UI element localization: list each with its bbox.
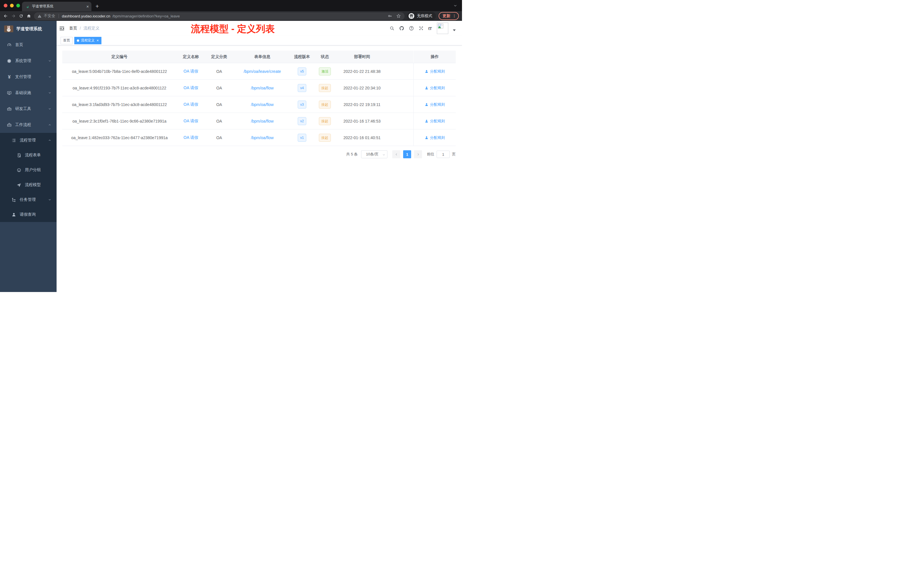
user-icon [424, 136, 429, 140]
sidebar-item-user-group[interactable]: 用户分组 [0, 163, 56, 177]
version-badge: v5 [298, 68, 307, 76]
browser-window: 芋道管理系统 × + 不安全 dashboard.yudao.iocoder.c… [0, 0, 462, 292]
goto-label: 前往 [427, 152, 434, 157]
version-badge: v3 [298, 101, 307, 109]
version-badge: v4 [298, 84, 307, 92]
sidebar-item-task-management[interactable]: 任务管理 [0, 192, 56, 207]
window-close-button[interactable] [4, 4, 7, 7]
sidebar-item-label: 请假查询 [20, 212, 36, 217]
tag-home[interactable]: 首页 [61, 37, 73, 44]
back-icon[interactable] [3, 13, 8, 18]
sidebar-item-label: 工作流程 [15, 122, 31, 127]
monitor-icon [7, 91, 12, 96]
form-link[interactable]: /bpm/oa/flow [251, 135, 274, 140]
window-zoom-button[interactable] [16, 4, 20, 7]
tag-label: 流程定义 [81, 38, 94, 43]
tag-active-dot [77, 40, 79, 42]
browser-toolbar: 不安全 dashboard.yudao.iocoder.cn/bpm/manag… [0, 11, 462, 21]
sidebar-collapse-icon[interactable] [59, 25, 65, 31]
definition-name-link[interactable]: OA 请假 [183, 69, 198, 73]
breadcrumb-separator: / [80, 26, 81, 31]
fullscreen-icon[interactable] [419, 26, 424, 31]
select-caret-icon [382, 153, 385, 156]
definition-name-link[interactable]: OA 请假 [183, 86, 198, 90]
tab-search-chevron-icon[interactable] [454, 4, 457, 7]
column-header: 定义编号 [62, 54, 177, 59]
sidebar-item-infrastructure[interactable]: 基础设施 [0, 85, 56, 101]
sidebar-item-leave-query[interactable]: 请假查询 [0, 207, 56, 222]
avatar-caret-icon[interactable] [453, 30, 456, 31]
definition-name-link[interactable]: OA 请假 [183, 135, 198, 140]
definition-id: oa_leave:2:3c1f0ef1-76b1-11ec-9c66-a2380… [62, 119, 177, 124]
security-label[interactable]: 不安全 [44, 13, 55, 18]
form-link[interactable]: /bpm/oa/leave/create [244, 69, 281, 74]
annotation-title: 流程模型 - 定义列表 [191, 23, 275, 35]
home-icon[interactable] [26, 13, 31, 18]
assign-rule-button[interactable]: 分配规则 [424, 102, 445, 107]
sidebar-item-home[interactable]: 首页 [0, 37, 56, 53]
paper-plane-icon [16, 183, 21, 187]
assign-rule-button[interactable]: 分配规则 [424, 69, 445, 74]
assign-rule-button[interactable]: 分配规则 [424, 135, 445, 140]
column-header: 部署时间 [337, 54, 387, 59]
browser-update-button[interactable]: 更新 [439, 12, 459, 20]
help-icon[interactable] [409, 26, 414, 31]
definition-id: oa_leave:1:482ec033-762a-11ec-8477-a2380… [62, 135, 177, 140]
browser-tab[interactable]: 芋道管理系统 × [22, 2, 91, 11]
bookmark-star-icon[interactable] [396, 13, 401, 18]
incognito-label: 无痕模式 [417, 13, 432, 18]
new-tab-button[interactable]: + [96, 3, 99, 9]
prev-page-button[interactable] [392, 150, 400, 158]
github-icon[interactable] [399, 26, 404, 31]
window-minimize-button[interactable] [10, 4, 14, 7]
url-host: dashboard.yudao.iocoder.cn [62, 14, 111, 18]
font-size-icon[interactable]: tT [428, 26, 432, 31]
sidebar-item-process-form[interactable]: 流程表单 [0, 148, 56, 163]
form-link[interactable]: /bpm/oa/flow [251, 86, 274, 90]
reload-icon[interactable] [18, 13, 24, 18]
person-icon [12, 212, 16, 217]
browser-menu-dots-icon[interactable] [452, 14, 456, 18]
status-badge: 挂起 [319, 117, 331, 125]
avatar[interactable] [437, 23, 448, 34]
pagination-goto: 前往 页 [427, 150, 456, 158]
tag-process-definition[interactable]: 流程定义 × [74, 37, 101, 44]
sidebar-item-process-management[interactable]: 流程管理 [0, 133, 56, 148]
warning-icon [38, 14, 42, 18]
sidebar-item-system[interactable]: 系统管理 [0, 53, 56, 69]
sidebar-item-workflow[interactable]: 工作流程 [0, 117, 56, 133]
key-icon[interactable] [388, 13, 393, 18]
forward-icon[interactable] [11, 13, 16, 18]
definition-category: OA [205, 69, 233, 74]
next-page-button[interactable] [414, 150, 422, 158]
form-icon [16, 153, 21, 158]
sidebar-item-process-model[interactable]: 流程模型 [0, 177, 56, 192]
definition-id: oa_leave:5:004b710b-7b8a-11ec-8ef0-acde4… [62, 69, 177, 74]
address-bar[interactable]: 不安全 dashboard.yudao.iocoder.cn/bpm/manag… [34, 12, 404, 20]
goto-page-input[interactable] [437, 150, 450, 158]
sidebar-item-dev-tools[interactable]: 研发工具 [0, 101, 56, 117]
definition-id: oa_leave:3:1fad3d93-7b75-11ec-a3c8-acde4… [62, 102, 177, 107]
form-link[interactable]: /bpm/oa/flow [251, 102, 274, 107]
column-header: 状态 [313, 54, 337, 59]
page-size-select[interactable]: 10条/页 [361, 150, 388, 158]
assign-rule-button[interactable]: 分配规则 [424, 119, 445, 124]
incognito-icon [408, 13, 414, 19]
update-label[interactable]: 更新 [442, 13, 450, 18]
definition-name-link[interactable]: OA 请假 [183, 102, 198, 107]
plant-favicon-icon [25, 4, 30, 8]
sidebar-item-payment[interactable]: ¥ 支付管理 [0, 69, 56, 85]
form-link[interactable]: /bpm/oa/flow [251, 119, 274, 124]
tree-icon [12, 198, 16, 202]
definition-name-link[interactable]: OA 请假 [183, 119, 198, 123]
status-badge: 挂起 [319, 134, 331, 142]
sidebar-item-label: 基础设施 [15, 90, 31, 96]
tag-close-icon[interactable]: × [97, 39, 99, 42]
search-icon[interactable] [389, 26, 394, 31]
breadcrumb-home[interactable]: 首页 [69, 26, 77, 31]
page-number-current[interactable]: 1 [403, 150, 411, 158]
sidebar-logo[interactable]: 芋道管理系统 [0, 21, 56, 37]
tab-close-icon[interactable]: × [86, 4, 89, 8]
traffic-lights [4, 4, 20, 7]
assign-rule-button[interactable]: 分配规则 [424, 86, 445, 91]
